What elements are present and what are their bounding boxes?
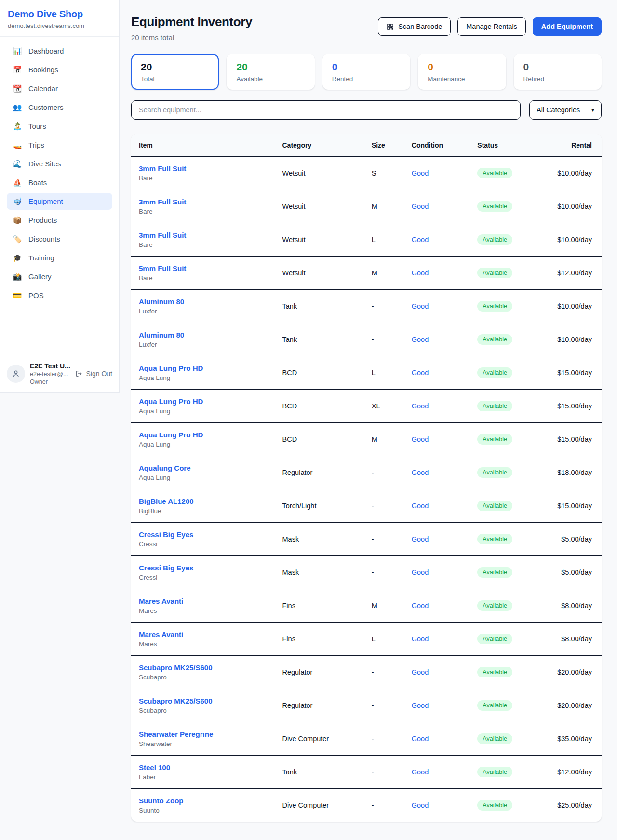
table-row[interactable]: Aluminum 80LuxferTank-GoodAvailable$10.0… bbox=[131, 289, 602, 323]
table-row[interactable]: Shearwater PeregrineShearwaterDive Compu… bbox=[131, 722, 602, 755]
item-name-link[interactable]: 3mm Full Suit bbox=[139, 164, 186, 173]
manage-rentals-button[interactable]: Manage Rentals bbox=[457, 17, 526, 36]
status-badge: Available bbox=[477, 401, 512, 411]
sidebar-item-gallery[interactable]: 📸Gallery bbox=[7, 268, 112, 285]
table-row[interactable]: Cressi Big EyesCressiMask-GoodAvailable$… bbox=[131, 555, 602, 589]
table-row[interactable]: Mares AvantiMaresFinsMGoodAvailable$8.00… bbox=[131, 589, 602, 622]
condition-link[interactable]: Good bbox=[412, 169, 429, 177]
item-name-link[interactable]: Mares Avanti bbox=[139, 630, 183, 638]
status-badge: Available bbox=[477, 534, 512, 544]
cell-size: - bbox=[364, 323, 404, 356]
item-name-link[interactable]: Aqua Lung Pro HD bbox=[139, 431, 203, 439]
sidebar-item-dive-sites[interactable]: 🌊Dive Sites bbox=[7, 155, 112, 172]
condition-link[interactable]: Good bbox=[412, 535, 429, 543]
condition-link[interactable]: Good bbox=[412, 702, 429, 709]
sidebar-item-dashboard[interactable]: 📊Dashboard bbox=[7, 42, 112, 59]
item-name-link[interactable]: 3mm Full Suit bbox=[139, 198, 186, 206]
table-row[interactable]: 3mm Full SuitBareWetsuitMGoodAvailable$1… bbox=[131, 190, 602, 223]
sidebar: Demo Dive Shop demo.test.divestreams.com… bbox=[0, 0, 120, 393]
table-row[interactable]: 3mm Full SuitBareWetsuitSGoodAvailable$1… bbox=[131, 156, 602, 190]
item-name-link[interactable]: Aqua Lung Pro HD bbox=[139, 364, 203, 372]
search-input[interactable] bbox=[131, 100, 521, 120]
item-name-link[interactable]: Shearwater Peregrine bbox=[139, 730, 213, 738]
table-row[interactable]: Steel 100FaberTank-GoodAvailable$12.00/d… bbox=[131, 755, 602, 788]
sidebar-item-tours[interactable]: 🏝️Tours bbox=[7, 118, 112, 135]
condition-link[interactable]: Good bbox=[412, 203, 429, 210]
stats-grid: 20Total20Available0Rented0Maintenance0Re… bbox=[131, 54, 602, 90]
table-row[interactable]: 3mm Full SuitBareWetsuitLGoodAvailable$1… bbox=[131, 223, 602, 256]
condition-link[interactable]: Good bbox=[412, 768, 429, 776]
sidebar-item-calendar[interactable]: 📆Calendar bbox=[7, 80, 112, 97]
table-row[interactable]: Mares AvantiMaresFinsLGoodAvailable$8.00… bbox=[131, 622, 602, 655]
item-name-link[interactable]: Aluminum 80 bbox=[139, 298, 184, 306]
item-name-link[interactable]: Aluminum 80 bbox=[139, 331, 184, 339]
condition-link[interactable]: Good bbox=[412, 369, 429, 377]
condition-link[interactable]: Good bbox=[412, 569, 429, 576]
cell-rental: $15.00/day bbox=[550, 422, 602, 456]
stat-card-rented[interactable]: 0Rented bbox=[322, 54, 410, 90]
condition-link[interactable]: Good bbox=[412, 668, 429, 676]
condition-link[interactable]: Good bbox=[412, 236, 429, 244]
sidebar-item-label: Boats bbox=[28, 178, 47, 187]
stat-card-total[interactable]: 20Total bbox=[131, 54, 219, 90]
sidebar-item-discounts[interactable]: 🏷️Discounts bbox=[7, 230, 112, 247]
item-name-link[interactable]: Scubapro MK25/S600 bbox=[139, 697, 213, 705]
sidebar-item-label: Dive Sites bbox=[28, 160, 61, 168]
sidebar-item-trips[interactable]: 🚤Trips bbox=[7, 136, 112, 153]
category-filter-select[interactable]: All Categories ▼ bbox=[529, 100, 602, 120]
cell-rental: $8.00/day bbox=[550, 622, 602, 655]
scan-barcode-button[interactable]: Scan Barcode bbox=[378, 17, 451, 36]
stat-card-retired[interactable]: 0Retired bbox=[514, 54, 602, 90]
table-row[interactable]: Suunto ZoopSuuntoDive Computer-GoodAvail… bbox=[131, 788, 602, 822]
table-row[interactable]: Aqua Lung Pro HDAqua LungBCDMGoodAvailab… bbox=[131, 422, 602, 456]
item-name-link[interactable]: Scubapro MK25/S600 bbox=[139, 664, 213, 672]
sidebar-item-training[interactable]: 🎓Training bbox=[7, 249, 112, 266]
stat-card-available[interactable]: 20Available bbox=[227, 54, 314, 90]
gallery-icon: 📸 bbox=[13, 273, 22, 280]
item-name-link[interactable]: Cressi Big Eyes bbox=[139, 564, 193, 572]
item-name-link[interactable]: Aqua Lung Pro HD bbox=[139, 397, 203, 406]
condition-link[interactable]: Good bbox=[412, 269, 429, 277]
condition-link[interactable]: Good bbox=[412, 635, 429, 643]
item-name-link[interactable]: Mares Avanti bbox=[139, 597, 183, 605]
item-name-link[interactable]: 3mm Full Suit bbox=[139, 231, 186, 239]
sidebar-item-customers[interactable]: 👥Customers bbox=[7, 99, 112, 116]
item-name-link[interactable]: Suunto Zoop bbox=[139, 797, 183, 805]
sidebar-item-bookings[interactable]: 📅Bookings bbox=[7, 61, 112, 78]
condition-link[interactable]: Good bbox=[412, 502, 429, 510]
condition-link[interactable]: Good bbox=[412, 336, 429, 343]
sidebar-item-pos[interactable]: 💳POS bbox=[7, 287, 112, 304]
stat-value: 20 bbox=[141, 61, 209, 73]
table-row[interactable]: Aqualung CoreAqua LungRegulator-GoodAvai… bbox=[131, 456, 602, 489]
table-row[interactable]: Scubapro MK25/S600ScubaproRegulator-Good… bbox=[131, 689, 602, 722]
table-row[interactable]: BigBlue AL1200BigBlueTorch/Light-GoodAva… bbox=[131, 489, 602, 522]
item-name-link[interactable]: BigBlue AL1200 bbox=[139, 497, 194, 505]
add-equipment-button[interactable]: Add Equipment bbox=[533, 17, 602, 36]
sidebar-item-equipment[interactable]: 🤿Equipment bbox=[7, 193, 112, 210]
condition-link[interactable]: Good bbox=[412, 469, 429, 476]
table-row[interactable]: Scubapro MK25/S600ScubaproRegulator-Good… bbox=[131, 655, 602, 689]
sidebar-item-products[interactable]: 📦Products bbox=[7, 212, 112, 229]
signout-button[interactable]: Sign Out bbox=[75, 370, 112, 378]
person-icon bbox=[12, 369, 20, 378]
item-name-link[interactable]: 5mm Full Suit bbox=[139, 264, 186, 272]
item-name-link[interactable]: Aqualung Core bbox=[139, 464, 191, 472]
table-row[interactable]: Cressi Big EyesCressiMask-GoodAvailable$… bbox=[131, 522, 602, 555]
stat-card-maintenance[interactable]: 0Maintenance bbox=[418, 54, 506, 90]
item-name-link[interactable]: Steel 100 bbox=[139, 763, 170, 772]
table-row[interactable]: Aqua Lung Pro HDAqua LungBCDXLGoodAvaila… bbox=[131, 389, 602, 422]
table-row[interactable]: Aqua Lung Pro HDAqua LungBCDLGoodAvailab… bbox=[131, 356, 602, 389]
condition-link[interactable]: Good bbox=[412, 302, 429, 310]
table-row[interactable]: Aluminum 80LuxferTank-GoodAvailable$10.0… bbox=[131, 323, 602, 356]
sidebar-item-boats[interactable]: ⛵Boats bbox=[7, 174, 112, 191]
condition-link[interactable]: Good bbox=[412, 801, 429, 809]
cell-category: Wetsuit bbox=[275, 223, 364, 256]
dashboard-icon: 📊 bbox=[13, 47, 22, 54]
condition-link[interactable]: Good bbox=[412, 602, 429, 610]
condition-link[interactable]: Good bbox=[412, 435, 429, 443]
table-row[interactable]: 5mm Full SuitBareWetsuitMGoodAvailable$1… bbox=[131, 256, 602, 289]
condition-link[interactable]: Good bbox=[412, 402, 429, 410]
item-name-link[interactable]: Cressi Big Eyes bbox=[139, 530, 193, 539]
cell-category: Mask bbox=[275, 522, 364, 555]
condition-link[interactable]: Good bbox=[412, 735, 429, 743]
